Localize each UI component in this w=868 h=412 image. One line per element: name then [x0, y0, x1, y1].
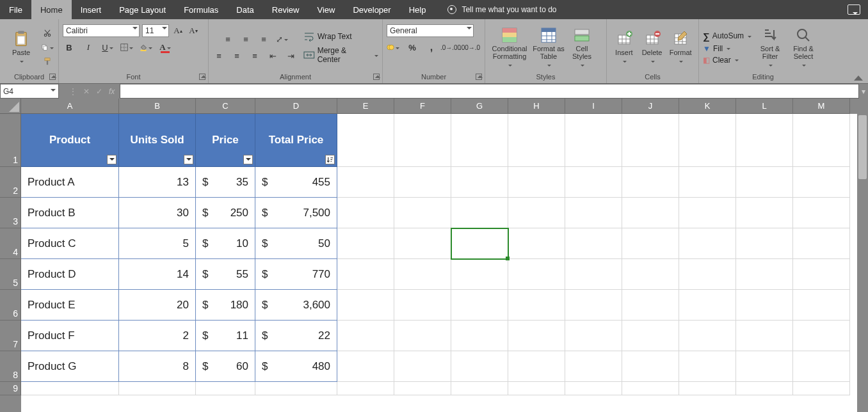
cell-J2[interactable]: [622, 167, 679, 198]
autosum-button[interactable]: ∑AutoSum: [703, 31, 751, 42]
cell-H8[interactable]: [508, 351, 565, 382]
filter-button[interactable]: [243, 155, 253, 164]
select-all-corner[interactable]: [0, 99, 21, 114]
cell-C9[interactable]: [196, 382, 255, 395]
table-header-cell[interactable]: Price: [196, 114, 255, 167]
table-data-cell[interactable]: Product F: [21, 321, 119, 351]
table-header-cell[interactable]: Units Sold: [119, 114, 196, 167]
shrink-font-button[interactable]: A▾: [187, 24, 200, 37]
borders-button[interactable]: [120, 41, 133, 54]
cell-F4[interactable]: [394, 228, 451, 259]
row-header-9[interactable]: 9: [0, 382, 21, 395]
table-data-cell[interactable]: Product E: [21, 290, 119, 321]
cell-H1[interactable]: [508, 114, 565, 167]
cell-K8[interactable]: [679, 351, 736, 382]
cell-K6[interactable]: [679, 290, 736, 321]
cell-E7[interactable]: [337, 321, 394, 351]
cell-M7[interactable]: [793, 321, 850, 351]
table-data-cell[interactable]: Product B: [21, 198, 119, 228]
cell-L7[interactable]: [736, 321, 793, 351]
tab-file[interactable]: File: [0, 0, 31, 19]
row-header-8[interactable]: 8: [0, 351, 21, 382]
table-data-cell[interactable]: $10: [196, 228, 255, 259]
cell-L1[interactable]: [736, 114, 793, 167]
comma-format-button[interactable]: ,: [425, 41, 438, 54]
table-data-cell[interactable]: 5: [119, 228, 196, 259]
clear-button[interactable]: ◧Clear: [703, 56, 739, 65]
filter-button[interactable]: [184, 155, 193, 164]
dialog-launcher[interactable]: [199, 74, 205, 80]
cell-E9[interactable]: [337, 382, 394, 395]
tab-help[interactable]: Help: [400, 0, 435, 19]
table-data-cell[interactable]: Product G: [21, 351, 119, 382]
column-header-K[interactable]: K: [679, 99, 736, 114]
table-data-cell[interactable]: $55: [196, 259, 255, 290]
table-data-cell[interactable]: $3,600: [255, 290, 337, 321]
cell-L3[interactable]: [736, 198, 793, 228]
collapse-ribbon-button[interactable]: [854, 75, 863, 81]
tab-view[interactable]: View: [308, 0, 344, 19]
cell-styles-button[interactable]: Cell Styles: [567, 26, 597, 68]
cell-F8[interactable]: [394, 351, 451, 382]
cell-G8[interactable]: [451, 351, 508, 382]
table-data-cell[interactable]: $22: [255, 321, 337, 351]
column-header-J[interactable]: J: [622, 99, 679, 114]
format-painter-button[interactable]: [41, 55, 54, 68]
table-data-cell[interactable]: 2: [119, 321, 196, 351]
cell-H7[interactable]: [508, 321, 565, 351]
table-data-cell[interactable]: Product D: [21, 259, 119, 290]
fx-icon[interactable]: fx: [109, 87, 115, 96]
row-header-7[interactable]: 7: [0, 321, 21, 351]
table-data-cell[interactable]: Product C: [21, 228, 119, 259]
cell-M5[interactable]: [793, 259, 850, 290]
vertical-scrollbar[interactable]: [857, 99, 868, 412]
conditional-formatting-button[interactable]: Conditional Formatting: [489, 26, 530, 68]
cell-F1[interactable]: [394, 114, 451, 167]
format-as-table-button[interactable]: Format as Table: [531, 26, 566, 68]
accounting-format-button[interactable]: [387, 41, 399, 54]
cell-G3[interactable]: [451, 198, 508, 228]
align-top-button[interactable]: ≡: [221, 33, 234, 45]
cell-G2[interactable]: [451, 167, 508, 198]
insert-cells-button[interactable]: Insert: [611, 30, 638, 65]
cell-J3[interactable]: [622, 198, 679, 228]
table-data-cell[interactable]: $11: [196, 321, 255, 351]
cell-I3[interactable]: [565, 198, 622, 228]
cell-K3[interactable]: [679, 198, 736, 228]
cell-I6[interactable]: [565, 290, 622, 321]
scroll-thumb[interactable]: [858, 115, 867, 179]
table-data-cell[interactable]: $770: [255, 259, 337, 290]
cell-I9[interactable]: [565, 382, 622, 395]
cell-K4[interactable]: [679, 228, 736, 259]
tab-review[interactable]: Review: [263, 0, 309, 19]
cell-J1[interactable]: [622, 114, 679, 167]
font-name-select[interactable]: Calibri: [63, 24, 140, 37]
column-header-F[interactable]: F: [394, 99, 451, 114]
cell-F9[interactable]: [394, 382, 451, 395]
comments-icon[interactable]: [848, 4, 860, 15]
cell-F7[interactable]: [394, 321, 451, 351]
cell-H6[interactable]: [508, 290, 565, 321]
cell-A9[interactable]: [21, 382, 119, 395]
cell-E2[interactable]: [337, 167, 394, 198]
cell-J8[interactable]: [622, 351, 679, 382]
wrap-text-button[interactable]: Wrap Text: [303, 31, 352, 42]
cell-E1[interactable]: [337, 114, 394, 167]
cell-M9[interactable]: [793, 382, 850, 395]
cell-M3[interactable]: [793, 198, 850, 228]
font-color-button[interactable]: A: [159, 41, 172, 54]
increase-indent-button[interactable]: ⇥: [284, 49, 297, 62]
cell-M6[interactable]: [793, 290, 850, 321]
cell-M4[interactable]: [793, 228, 850, 259]
row-header-2[interactable]: 2: [0, 167, 21, 198]
cell-K1[interactable]: [679, 114, 736, 167]
tab-insert[interactable]: Insert: [72, 0, 111, 19]
column-header-M[interactable]: M: [793, 99, 850, 114]
column-header-E[interactable]: E: [337, 99, 394, 114]
cell-E4[interactable]: [337, 228, 394, 259]
cell-H3[interactable]: [508, 198, 565, 228]
tab-page-layout[interactable]: Page Layout: [110, 0, 175, 19]
align-middle-button[interactable]: ≡: [239, 33, 252, 45]
cell-D9[interactable]: [255, 382, 337, 395]
cell-I4[interactable]: [565, 228, 622, 259]
